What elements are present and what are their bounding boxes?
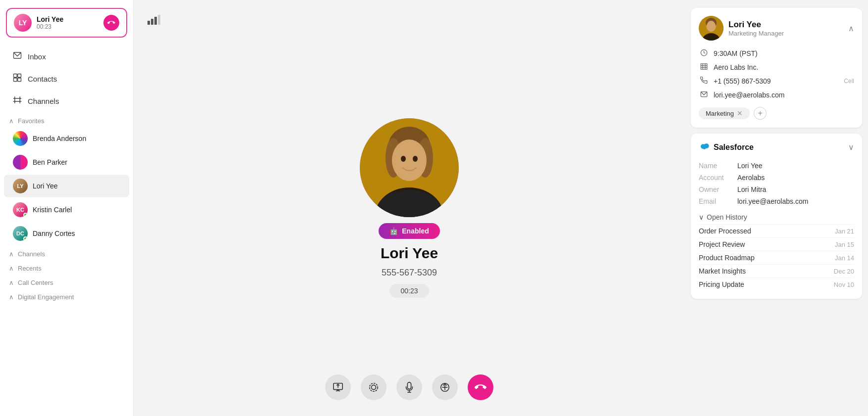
channels-section-header[interactable]: ∧ Channels <box>0 245 133 260</box>
sf-history-date-3: Dec 20 <box>834 268 854 275</box>
right-panel: Lori Yee Marketing Manager ∧ 9:30AM (PST… <box>685 0 868 416</box>
email-icon <box>699 91 709 99</box>
sf-field-account: Account Aerolabs <box>699 172 854 184</box>
svg-rect-9 <box>147 21 150 25</box>
lori-sidebar-avatar: LY <box>13 179 28 193</box>
sf-label-owner: Owner <box>699 185 733 193</box>
active-call-left: LY Lori Yee 00:23 <box>14 14 63 32</box>
channels-icon <box>13 95 22 107</box>
enabled-badge: 🤖 Enabled <box>379 223 439 239</box>
digital-engagement-section-header[interactable]: ∧ Digital Engagement <box>0 288 133 303</box>
svg-rect-11 <box>154 17 157 25</box>
recents-section-header[interactable]: ∧ Recents <box>0 260 133 274</box>
contact-info-card: Lori Yee Marketing Manager ∧ 9:30AM (PST… <box>691 8 862 128</box>
main-call-area: 🤖 Enabled Lori Yee 555-567-5309 00:23 <box>134 0 685 416</box>
recents-label: Recents <box>18 265 42 272</box>
sf-history-title-4: Pricing Update <box>699 280 744 288</box>
contacts-label: Contacts <box>28 75 57 83</box>
tags-row: Marketing ✕ + <box>699 107 854 120</box>
info-card-header: Lori Yee Marketing Manager ∧ <box>699 16 854 41</box>
sf-label-email: Email <box>699 197 733 205</box>
contact-item-ben[interactable]: Ben Parker <box>4 151 129 174</box>
caller-photo <box>360 118 459 217</box>
clock-icon <box>699 49 709 58</box>
chevron-up-recents-icon: ∧ <box>9 265 14 272</box>
sf-history-header[interactable]: ∨ Open History <box>699 213 854 221</box>
nav-contacts[interactable]: Contacts <box>4 68 129 90</box>
sf-label-name: Name <box>699 162 733 170</box>
contact-item-brenda[interactable]: Brenda Anderson <box>4 127 129 150</box>
caller-number: 555-567-5309 <box>382 268 437 278</box>
sf-history-date-2: Jan 14 <box>835 254 854 262</box>
sf-history-date-4: Nov 10 <box>834 281 854 288</box>
sf-history-label: Open History <box>707 213 747 221</box>
contact-item-danny[interactable]: DC Danny Cortes <box>4 222 129 245</box>
active-call-card[interactable]: LY Lori Yee 00:23 <box>6 8 127 38</box>
sf-collapse-button[interactable]: ∨ <box>848 142 854 152</box>
enabled-label: Enabled <box>402 227 429 235</box>
favorites-section-header[interactable]: ∧ Favorites <box>0 112 133 127</box>
salesforce-card: Salesforce ∨ Name Lori Yee Account Aerol… <box>691 134 862 299</box>
svg-rect-4 <box>18 78 21 82</box>
sf-history-date-0: Jan 21 <box>835 228 854 235</box>
svg-rect-39 <box>701 64 707 69</box>
nav-channels[interactable]: Channels <box>4 91 129 112</box>
building-icon <box>699 63 709 72</box>
sf-history-order-processed: Order Processed Jan 21 <box>699 224 854 237</box>
screen-share-button[interactable] <box>325 374 351 400</box>
digital-engagement-label: Digital Engagement <box>18 293 74 301</box>
svg-rect-1 <box>14 74 17 78</box>
sf-field-name: Name Lori Yee <box>699 160 854 172</box>
sf-field-email: Email lori.yee@aerolabs.com <box>699 195 854 207</box>
sf-value-owner: Lori Mitra <box>737 185 766 193</box>
info-phone-type: Cell <box>844 78 854 85</box>
merge-button[interactable] <box>432 374 458 400</box>
svg-point-21 <box>413 156 418 162</box>
info-email: lori.yee@aerolabs.com <box>714 91 784 99</box>
call-timer: 00:23 <box>389 284 429 298</box>
chevron-up-digital-icon: ∧ <box>9 293 14 301</box>
svg-point-26 <box>371 385 376 389</box>
chevron-up-callcenters-icon: ∧ <box>9 279 14 286</box>
info-row-email: lori.yee@aerolabs.com <box>699 88 854 102</box>
camera-button[interactable] <box>361 374 386 400</box>
contact-item-kristin[interactable]: KC Kristin Carlel <box>4 198 129 221</box>
nav-inbox[interactable]: Inbox <box>4 46 129 67</box>
sf-history-pricing-update: Pricing Update Nov 10 <box>699 277 854 291</box>
danny-status-dot <box>23 236 28 241</box>
tag-marketing: Marketing ✕ <box>699 107 750 119</box>
chevron-up-favorites-icon: ∧ <box>9 117 14 125</box>
tag-add-button[interactable]: + <box>754 107 767 120</box>
danny-avatar: DC <box>13 226 28 241</box>
svg-rect-10 <box>151 19 153 25</box>
call-centers-section-header[interactable]: ∧ Call Centers <box>0 274 133 288</box>
svg-point-20 <box>401 156 406 162</box>
caller-name: Lori Yee <box>381 245 438 262</box>
inbox-label: Inbox <box>28 52 46 61</box>
tag-remove-button[interactable]: ✕ <box>737 109 743 117</box>
contacts-icon <box>13 73 22 85</box>
sf-value-account: Aerolabs <box>737 174 765 182</box>
info-avatar <box>699 16 723 41</box>
info-row-phone: +1 (555) 867-5309 Cell <box>699 74 854 88</box>
info-title: Marketing Manager <box>728 30 784 37</box>
info-card-person: Lori Yee Marketing Manager <box>699 16 784 41</box>
svg-rect-3 <box>14 78 17 82</box>
end-call-button[interactable] <box>468 374 493 400</box>
chevron-down-history-icon: ∨ <box>699 213 704 221</box>
info-company: Aero Labs Inc. <box>714 63 758 71</box>
sf-history-product-roadmap: Product Roadmap Jan 14 <box>699 251 854 264</box>
mute-button[interactable] <box>396 374 422 400</box>
end-call-mini-button[interactable] <box>103 15 119 31</box>
info-card-collapse-button[interactable]: ∧ <box>848 24 854 33</box>
danny-name: Danny Cortes <box>33 230 75 237</box>
signal-bars <box>147 14 162 28</box>
call-centers-label: Call Centers <box>18 279 53 286</box>
phone-icon <box>699 77 709 86</box>
svg-point-19 <box>392 139 427 181</box>
sf-history-title-1: Project Review <box>699 240 745 248</box>
kristin-avatar: KC <box>13 202 28 217</box>
svg-rect-2 <box>18 74 21 78</box>
sf-history-project-review: Project Review Jan 15 <box>699 237 854 251</box>
contact-item-lori[interactable]: LY Lori Yee <box>4 175 129 197</box>
